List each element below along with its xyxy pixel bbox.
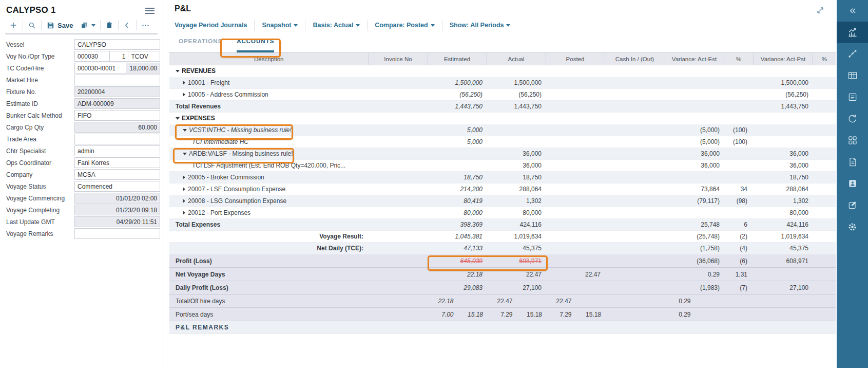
field-input[interactable]: 1 [109, 51, 128, 62]
column-header[interactable]: Invoice No [369, 53, 428, 65]
column-header[interactable]: Posted [546, 53, 605, 65]
field-input[interactable]: 60,000 [74, 122, 160, 133]
sidebar-item-table[interactable] [837, 65, 868, 86]
pnl-row: Port/sea days7.0015.187.2915.187.2915.18… [169, 308, 836, 321]
cell-cash [605, 219, 665, 231]
cell-pst [546, 207, 605, 219]
column-header[interactable]: Actual [487, 53, 546, 65]
field-input[interactable]: 04/29/20 11:51 [74, 216, 160, 227]
field-input[interactable] [74, 228, 160, 239]
pnl-toolbar-item[interactable]: Compare: Posted [368, 20, 442, 31]
field-input[interactable]: 000030-I0001 [74, 63, 126, 73]
pnl-chart-icon [847, 27, 858, 38]
field-label: Trade Area [6, 136, 74, 143]
pnl-row[interactable]: 10005 - Address Commission(56,250)(56,25… [169, 89, 836, 101]
field-input[interactable] [74, 134, 160, 144]
pnl-row[interactable]: ARDB:VALSF - Missing business rule!36,00… [169, 148, 836, 160]
pnl-toolbar-item[interactable]: Basis: Actual [305, 20, 368, 31]
voyage-summary-panel: CALYPSO 1 Save [0, 0, 163, 368]
field-input[interactable]: admin [74, 145, 160, 156]
field-input[interactable] [74, 75, 160, 85]
caret-right-icon[interactable] [183, 187, 185, 191]
column-header[interactable]: % [813, 53, 836, 65]
pnl-toolbar-item[interactable]: Show: All Periods [442, 20, 518, 31]
delete-button[interactable] [102, 19, 117, 31]
pnl-row[interactable]: TCI Intermediate HC5,000(5,000)(100) [169, 136, 836, 148]
caret-right-icon[interactable] [183, 175, 185, 179]
column-header[interactable]: Cash In / (Out) [605, 53, 665, 65]
sidebar-item-activity[interactable] [837, 43, 868, 65]
sidebar-item-gauge[interactable] [837, 108, 868, 130]
panel-menu-icon[interactable] [145, 6, 155, 15]
field-input[interactable]: ADM-000009 [74, 98, 160, 109]
sidebar-item-pnl[interactable] [837, 22, 868, 43]
cell-est [428, 113, 487, 124]
field-input[interactable]: 01/01/20 02:00 [74, 193, 160, 204]
copy-menu-button[interactable] [76, 19, 99, 31]
new-button[interactable] [5, 19, 22, 31]
field-input[interactable]: TCOV [128, 51, 160, 62]
cell-pst [546, 101, 605, 113]
pnl-toolbar-item[interactable]: Snapshot [255, 20, 305, 31]
caret-right-icon[interactable] [183, 93, 185, 97]
sidebar-item-modules[interactable] [837, 130, 868, 151]
tab-operations[interactable]: OPERATIONS [179, 38, 222, 52]
cell-pap [813, 207, 836, 219]
cell-pst: 7.2915.18 [546, 308, 605, 321]
sidebar-item-settings[interactable] [837, 216, 868, 237]
pnl-row[interactable]: 20007 - LSF Consumption Expense214,20028… [169, 183, 836, 195]
save-button[interactable]: Save [43, 19, 76, 31]
caret-right-icon[interactable] [183, 211, 185, 215]
pnl-row[interactable]: 20008 - LSG Consumption Expense80,4191,3… [169, 195, 836, 207]
column-header[interactable]: Estimated [428, 53, 487, 65]
pnl-row[interactable]: TCI LSF Adjustment (Est. End ROB Qty=420… [169, 160, 836, 172]
cell-vae: (79,117) [665, 195, 724, 207]
chevron-down-icon [506, 24, 510, 27]
cell-pst [546, 124, 605, 136]
cell-act [487, 65, 546, 77]
collapse-window-button[interactable] [815, 5, 825, 17]
field-label: Voyage Remarks [6, 230, 74, 237]
sidebar-item-documents[interactable] [837, 151, 868, 173]
caret-down-icon[interactable] [183, 129, 187, 132]
back-button[interactable] [120, 19, 135, 31]
pnl-toolbar-item[interactable]: Voyage Period Journals [175, 20, 255, 31]
field-input[interactable]: 18,000.00 [126, 63, 160, 73]
cell-inv [369, 295, 428, 308]
pnl-row[interactable]: 10001 - Freight1,500,0001,500,0001,500,0… [169, 77, 836, 89]
column-header[interactable]: Variance: Act-Pst [754, 53, 813, 65]
field-input[interactable]: Fani Korres [74, 157, 160, 168]
field-input[interactable]: MCSA [74, 169, 160, 180]
cell-inv [369, 195, 428, 207]
sidebar-item-notes[interactable] [837, 194, 868, 216]
field-input[interactable]: Commenced [74, 181, 160, 192]
tab-accounts[interactable]: ACCOUNTS [237, 38, 274, 52]
column-header[interactable]: % [724, 53, 754, 65]
toolbar-item-label: Compare: Posted [375, 22, 428, 29]
caret-right-icon[interactable] [183, 199, 185, 203]
caret-right-icon[interactable] [183, 81, 185, 85]
sidebar-item-contacts[interactable] [837, 173, 868, 194]
field-cells: 01/23/20 09:18 [74, 205, 160, 215]
caret-down-icon[interactable] [176, 70, 180, 72]
sidebar-item-collapse[interactable] [837, 0, 868, 22]
module-sidebar [837, 0, 868, 368]
caret-down-icon[interactable] [176, 117, 180, 120]
pnl-row[interactable]: 20005 - Broker Commission18,75018,75018,… [169, 172, 836, 183]
more-button[interactable] [138, 19, 153, 31]
pnl-row[interactable]: VCST:INTHC - Missing business rule!5,000… [169, 124, 836, 136]
column-header[interactable]: Variance: Act-Est [665, 53, 724, 65]
field-input[interactable]: FIFO [74, 110, 160, 121]
caret-down-icon[interactable] [183, 153, 187, 155]
sidebar-item-checklist[interactable] [837, 86, 868, 108]
pnl-toolbar: Voyage Period JournalsSnapshotBasis: Act… [175, 17, 837, 33]
field-input[interactable]: 20200004 [74, 86, 160, 97]
field-input[interactable]: CALYPSO [74, 39, 160, 50]
contact-card-icon [847, 178, 858, 189]
search-button[interactable] [24, 19, 40, 31]
field-input[interactable]: 01/23/20 09:18 [74, 205, 160, 215]
pnl-row: Total Expenses398,369424,11625,7486424,1… [169, 219, 836, 231]
field-input[interactable]: 000030 [74, 51, 110, 62]
column-header[interactable]: Description [169, 53, 369, 65]
pnl-row[interactable]: 20012 - Port Expenses80,00080,00080,000 [169, 207, 836, 219]
